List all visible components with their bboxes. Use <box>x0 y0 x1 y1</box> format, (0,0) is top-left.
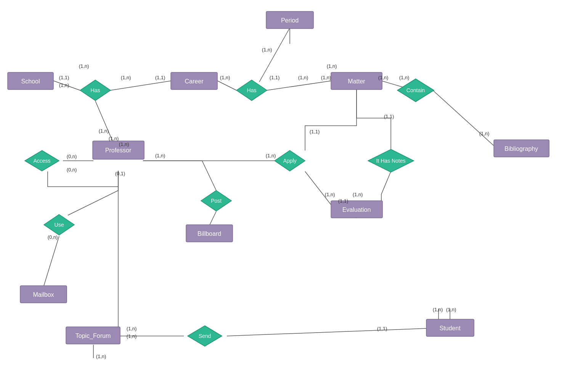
ithasnotes-label: It Has Notes <box>376 158 405 164</box>
period-label: Period <box>281 17 299 24</box>
has1-label: Has <box>91 87 100 93</box>
card-has2-matter-left: (1,1) <box>270 75 280 80</box>
career-has2-line <box>217 81 236 90</box>
post-label: Post <box>211 198 222 204</box>
card-contain-left: (1,n) <box>399 75 410 80</box>
use-mailbox-line <box>44 236 59 286</box>
has1-professor-line <box>95 101 112 141</box>
access-loop-line <box>48 171 118 187</box>
card-student-top2: (1,n) <box>446 307 456 312</box>
post-billboard-line <box>210 211 216 225</box>
career-label: Career <box>185 78 204 85</box>
has1-career-line <box>111 81 172 90</box>
student-label: Student <box>439 325 461 331</box>
card-career-left: (1,1) <box>155 75 165 80</box>
apply-label: Apply <box>283 158 296 164</box>
card-topicforum-send1: (1,n) <box>127 326 137 331</box>
matter-ithasnotes-line <box>357 90 391 150</box>
use-label: Use <box>55 222 64 228</box>
card-apply-left: (1,n) <box>266 153 276 158</box>
contain-bibliography-line <box>433 90 496 147</box>
card-period-has2: (1,n) <box>262 47 272 53</box>
card-send-student: (1,1) <box>377 326 387 331</box>
professor-topicforum-line <box>118 171 120 336</box>
card-has1-prof-right: (1,n) <box>119 141 129 147</box>
card-eval-3: (1,n) <box>353 192 363 197</box>
card-contain-bibliography: (1,n) <box>479 131 490 136</box>
card-professor-access: (0,1) <box>115 171 125 176</box>
card-eval-2: (1,1) <box>338 198 349 204</box>
card-matter-left1: (1,n) <box>321 75 331 80</box>
student-send-line <box>227 328 427 336</box>
card-topicforum-bottom: (1,n) <box>96 354 106 359</box>
card-access-right: (0,n) <box>67 154 77 159</box>
card-career-has2: (1,n) <box>220 75 230 80</box>
matter-apply-line <box>305 90 357 150</box>
card-has1-prof-mid: (1,n) <box>109 136 119 141</box>
ithasnotes-evaluation-line <box>381 171 391 202</box>
card-access-bottom: (0,n) <box>67 167 77 173</box>
evaluation-label: Evaluation <box>342 206 371 213</box>
matter-label: Matter <box>348 78 365 85</box>
card-matter-top: (1,n) <box>327 63 337 69</box>
has2-matter-line <box>267 81 332 90</box>
professor-post-line <box>143 161 216 190</box>
er-diagram: Period School Career Matter Bibliography… <box>0 0 572 392</box>
card-eval-1: (1,n) <box>325 192 335 197</box>
card-prof-apply-left: (1,n) <box>155 153 165 158</box>
has2-label: Has <box>247 87 257 93</box>
contain-label: Contain <box>407 87 425 93</box>
card-school-has1-left2: (1,n) <box>59 82 69 88</box>
mailbox-label: Mailbox <box>33 291 54 298</box>
billboard-label: Billboard <box>198 230 221 237</box>
period-has2-line <box>259 28 290 82</box>
school-label: School <box>21 78 40 85</box>
card-has1-prof-left: (1,n) <box>99 128 109 134</box>
professor-use-line <box>68 171 118 215</box>
send-label: Send <box>199 333 211 339</box>
access-label: Access <box>33 158 50 164</box>
professor-label: Professor <box>105 147 132 154</box>
bibliography-label: Bibliography <box>505 146 538 152</box>
card-matter-right: (1,n) <box>378 75 389 80</box>
card-has1-career-right: (1,n) <box>121 75 131 80</box>
card-school-has1-left: (1,1) <box>59 75 69 80</box>
card-student-top1: (1,n) <box>433 307 443 312</box>
card-ithasnotes-matter: (1,1) <box>384 114 394 119</box>
card-matter-apply: (1,1) <box>310 129 320 134</box>
card-use-mailbox: (0,n) <box>48 234 58 240</box>
card-has2-matter-right: (1,n) <box>298 75 308 80</box>
card-has1-top: (1,n) <box>79 63 89 69</box>
topicforum-label: Topic_Forum <box>76 333 111 339</box>
card-topicforum-send2: (1,n) <box>127 333 137 339</box>
